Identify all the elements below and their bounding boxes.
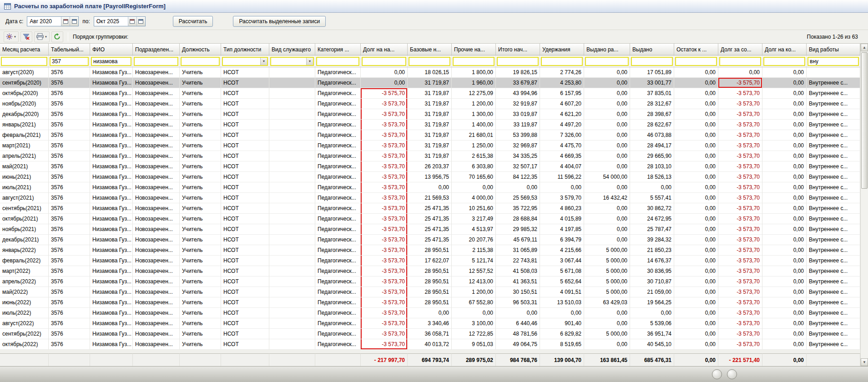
cell[interactable]: Педагогическ... bbox=[315, 67, 361, 78]
cell[interactable]: Учитель bbox=[180, 193, 221, 203]
cell[interactable]: 30 150,51 bbox=[496, 287, 540, 297]
cell[interactable]: Педагогическ... bbox=[315, 130, 361, 141]
cell[interactable]: 5 000,00 bbox=[584, 276, 630, 287]
table-row[interactable]: февраль(2022)3576Низамова Гуз...Новозаре… bbox=[0, 256, 860, 266]
cell[interactable]: 21 850,23 bbox=[630, 245, 674, 256]
table-row[interactable]: октябрь(2021)3576Низамова Гуз...Новозаре… bbox=[0, 214, 860, 224]
cell[interactable]: 0,00 bbox=[674, 130, 718, 141]
filter-input[interactable] bbox=[586, 58, 628, 65]
cell[interactable]: -3 573,70 bbox=[718, 266, 762, 276]
cell[interactable]: 37 835,01 bbox=[630, 88, 674, 99]
cell[interactable]: 22 743,81 bbox=[496, 256, 540, 266]
cell[interactable]: Педагогическ... bbox=[315, 245, 361, 256]
cell[interactable] bbox=[269, 151, 315, 161]
cell[interactable]: 45 679,11 bbox=[496, 235, 540, 245]
cell[interactable]: 31 719,87 bbox=[408, 151, 452, 161]
cell[interactable] bbox=[269, 214, 315, 224]
table-row[interactable]: июль(2022)3576Низамова Гуз...Новозаречен… bbox=[0, 308, 860, 318]
cell[interactable]: 0,00 bbox=[674, 99, 718, 109]
cell[interactable]: Педагогическ... bbox=[315, 141, 361, 151]
cell[interactable]: Учитель bbox=[180, 287, 221, 297]
cell[interactable]: Низамова Гуз... bbox=[90, 224, 133, 235]
date-to-options-button[interactable] bbox=[136, 17, 145, 26]
cell[interactable]: Внутреннее с... bbox=[807, 245, 860, 256]
cell[interactable]: 12 722,85 bbox=[452, 329, 496, 339]
cell[interactable]: Низамова Гуз... bbox=[90, 214, 133, 224]
cell[interactable]: 1 400,00 bbox=[452, 120, 496, 130]
cell[interactable]: НСОТ bbox=[221, 67, 269, 78]
cell[interactable]: 31 719,87 bbox=[408, 88, 452, 99]
cell[interactable]: 0,00 bbox=[762, 109, 807, 120]
cell[interactable]: 4 197,85 bbox=[540, 224, 584, 235]
cell[interactable]: Низамова Гуз... bbox=[90, 203, 133, 214]
cell[interactable]: 0,00 bbox=[584, 339, 630, 350]
filter-input[interactable] bbox=[317, 58, 358, 65]
table-row[interactable]: сентябрь(2020)3576Низамова Гуз...Новозар… bbox=[0, 78, 860, 88]
cell[interactable]: Педагогическ... bbox=[315, 224, 361, 235]
table-row[interactable]: март(2022)3576Низамова Гуз...Новозаречен… bbox=[0, 266, 860, 276]
cell[interactable]: Низамова Гуз... bbox=[90, 120, 133, 130]
cell[interactable]: Педагогическ... bbox=[315, 308, 361, 318]
cell[interactable]: 1 200,00 bbox=[452, 287, 496, 297]
cell[interactable]: Внутреннее с... bbox=[807, 99, 860, 109]
cell[interactable]: 0,00 bbox=[762, 88, 807, 99]
cell[interactable]: 1 300,00 bbox=[452, 109, 496, 120]
cell[interactable]: 0,00 bbox=[630, 182, 674, 193]
table-row[interactable]: сентябрь(2021)3576Низамова Гуз...Новозар… bbox=[0, 203, 860, 214]
scroll-up-arrow[interactable]: ▲ bbox=[861, 44, 868, 51]
cell[interactable]: Низамова Гуз... bbox=[90, 182, 133, 193]
cell[interactable]: июль(2021) bbox=[0, 182, 49, 193]
cell[interactable]: март(2021) bbox=[0, 141, 49, 151]
cell[interactable]: 0,00 bbox=[762, 130, 807, 141]
cell[interactable]: 6 394,79 bbox=[540, 235, 584, 245]
cell[interactable] bbox=[807, 67, 860, 78]
cell[interactable] bbox=[269, 245, 315, 256]
cell[interactable]: 0,00 bbox=[674, 141, 718, 151]
cell[interactable]: апрель(2022) bbox=[0, 276, 49, 287]
cell[interactable]: 40 545,10 bbox=[630, 339, 674, 350]
cell[interactable]: Педагогическ... bbox=[315, 329, 361, 339]
cell[interactable]: Педагогическ... bbox=[315, 318, 361, 329]
cell[interactable]: -3 573,70 bbox=[361, 256, 408, 266]
cell[interactable]: Новозаречен... bbox=[133, 308, 180, 318]
cell[interactable]: 8 519,65 bbox=[540, 339, 584, 350]
cell[interactable]: -3 573,70 bbox=[718, 141, 762, 151]
cell[interactable]: 17 622,07 bbox=[408, 256, 452, 266]
cell[interactable]: -3 573,70 bbox=[718, 287, 762, 297]
cell[interactable]: НСОТ bbox=[221, 141, 269, 151]
cell[interactable]: Низамова Гуз... bbox=[90, 172, 133, 182]
cell[interactable]: Низамова Гуз... bbox=[90, 99, 133, 109]
cell[interactable]: НСОТ bbox=[221, 245, 269, 256]
cell[interactable]: 3576 bbox=[49, 256, 90, 266]
cell[interactable]: Внутреннее с... bbox=[807, 329, 860, 339]
cell[interactable]: 25 471,35 bbox=[408, 203, 452, 214]
table-row[interactable]: июнь(2022)3576Низамова Гуз...Новозаречен… bbox=[0, 297, 860, 308]
cell[interactable]: 3576 bbox=[49, 329, 90, 339]
cell[interactable]: НСОТ bbox=[221, 172, 269, 182]
cell[interactable]: 25 471,35 bbox=[408, 235, 452, 245]
cell[interactable]: 3 579,70 bbox=[540, 193, 584, 203]
cell[interactable]: Учитель bbox=[180, 120, 221, 130]
cell[interactable] bbox=[269, 318, 315, 329]
column-header[interactable]: Базовые н... bbox=[408, 44, 452, 55]
cell[interactable]: 0,00 bbox=[762, 339, 807, 350]
cell[interactable]: 0,00 bbox=[584, 67, 630, 78]
cell[interactable]: Новозаречен... bbox=[133, 329, 180, 339]
cell[interactable]: 0,00 bbox=[762, 318, 807, 329]
filter-input[interactable] bbox=[2, 58, 46, 65]
date-to-input[interactable] bbox=[94, 17, 128, 26]
cell[interactable]: 4 497,20 bbox=[540, 120, 584, 130]
cell[interactable]: 7 326,00 bbox=[540, 130, 584, 141]
cell[interactable] bbox=[269, 88, 315, 99]
cell[interactable]: 21 680,01 bbox=[452, 130, 496, 141]
cell[interactable]: 35 722,95 bbox=[496, 203, 540, 214]
cell[interactable]: 0,00 bbox=[584, 78, 630, 88]
cell[interactable]: 0,00 bbox=[584, 224, 630, 235]
cell[interactable]: 30 836,95 bbox=[630, 266, 674, 276]
cell[interactable]: 3 340,46 bbox=[408, 318, 452, 329]
cell[interactable]: -3 573,70 bbox=[361, 172, 408, 182]
cell[interactable]: 0,00 bbox=[584, 88, 630, 99]
cell[interactable]: 4 475,70 bbox=[540, 141, 584, 151]
cell[interactable]: -3 573,70 bbox=[361, 245, 408, 256]
cell[interactable]: -3 573,70 bbox=[718, 182, 762, 193]
